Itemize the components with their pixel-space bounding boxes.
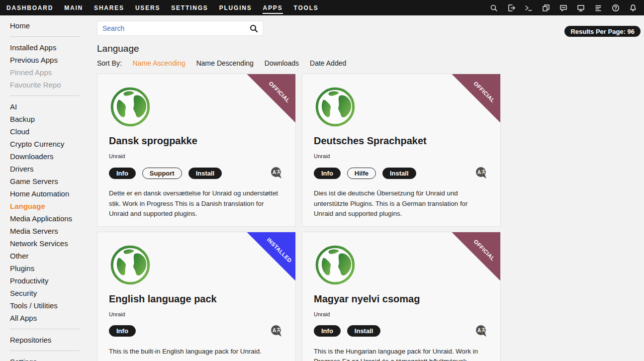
sidebar-item-downloaders[interactable]: Downloaders <box>0 150 97 163</box>
sidebar-item-network-services[interactable]: Network Services <box>0 237 97 250</box>
search-row: Results Per Page: 96 <box>97 21 644 36</box>
sidebar-item-drivers[interactable]: Drivers <box>0 163 97 175</box>
install-button[interactable]: Install <box>382 168 416 179</box>
globe-icon[interactable] <box>314 245 358 285</box>
help-icon[interactable] <box>612 4 620 12</box>
main-content: Results Per Page: 96 Language Sort By: N… <box>97 15 644 361</box>
nav-item-main[interactable]: MAIN <box>59 0 89 15</box>
sidebar-item-previous-apps[interactable]: Previous Apps <box>0 54 97 66</box>
nav-icons <box>490 4 640 12</box>
sidebar-item-productivity[interactable]: Productivity <box>0 274 97 287</box>
app-title[interactable]: Dansk sprogpakke <box>109 135 283 147</box>
sidebar-item-settings[interactable]: Settings <box>0 356 97 361</box>
help-button[interactable]: Hilfe <box>347 168 376 179</box>
sidebar-divider <box>10 36 80 37</box>
search-box <box>97 21 264 36</box>
search-submit-icon[interactable] <box>250 24 258 33</box>
sidebar-item-plugins[interactable]: Plugins <box>0 262 97 274</box>
sidebar-item-cloud[interactable]: Cloud <box>0 125 97 138</box>
sidebar-item-home-automation[interactable]: Home Automation <box>0 187 97 200</box>
svg-text:A: A <box>273 170 276 175</box>
terminal-icon[interactable] <box>525 4 533 12</box>
sort-downloads[interactable]: Downloads <box>265 59 299 67</box>
sidebar-item-favourite-repo: Favourite Repo <box>0 79 97 91</box>
sidebar-item-media-servers[interactable]: Media Servers <box>0 225 97 237</box>
sidebar-divider <box>10 95 80 96</box>
card-actions: Info Hilfe Install A <box>314 167 488 180</box>
sidebar-item-tools-utilities[interactable]: Tools / Utilities <box>0 299 97 312</box>
sidebar-item-game-servers[interactable]: Game Servers <box>0 175 97 187</box>
app-author: Unraid <box>314 153 488 159</box>
search-input[interactable] <box>102 24 250 32</box>
results-per-page-badge[interactable]: Results Per Page: 96 <box>564 26 641 37</box>
app-title[interactable]: Magyar nyelvi csomag <box>314 293 488 305</box>
sort-by-label: Sort By: <box>97 59 122 67</box>
card-actions: Info A <box>109 325 283 338</box>
sidebar: Home Installed Apps Previous Apps Pinned… <box>0 15 97 361</box>
official-ribbon: OFFICIAL <box>452 74 500 122</box>
log-icon[interactable] <box>594 4 602 12</box>
install-button[interactable]: Install <box>188 168 222 179</box>
nav-item-apps[interactable]: APPS <box>258 0 288 15</box>
sidebar-item-ai[interactable]: AI <box>0 100 97 113</box>
sidebar-item-installed-apps[interactable]: Installed Apps <box>0 41 97 54</box>
official-ribbon: OFFICIAL <box>452 232 500 280</box>
app-description: Dette er en dansk oversættelse for Unrai… <box>109 188 283 219</box>
globe-icon[interactable] <box>109 87 153 127</box>
translate-icon[interactable]: A <box>475 167 488 180</box>
feedback-icon[interactable] <box>559 4 567 12</box>
sidebar-item-language[interactable]: Language <box>0 200 97 212</box>
nav-item-plugins[interactable]: PLUGINS <box>214 0 258 15</box>
sidebar-item-all-apps[interactable]: All Apps <box>0 312 97 324</box>
sidebar-divider <box>10 351 80 351</box>
app-card-magyar: OFFICIAL Magyar nyelvi csomag Unraid Inf… <box>302 232 501 361</box>
sidebar-item-home[interactable]: Home <box>0 19 97 32</box>
installed-ribbon: INSTALLED <box>247 232 295 280</box>
sidebar-item-security[interactable]: Security <box>0 287 97 299</box>
logout-icon[interactable] <box>507 4 515 12</box>
nav-item-dashboard[interactable]: DASHBOARD <box>1 0 59 15</box>
info-button[interactable]: Info <box>109 168 136 179</box>
app-author: Unraid <box>109 311 283 317</box>
top-nav: DASHBOARD MAIN SHARES USERS SETTINGS PLU… <box>0 0 644 15</box>
sort-name-descending[interactable]: Name Descending <box>196 59 254 67</box>
sidebar-item-media-applications[interactable]: Media Applications <box>0 212 97 225</box>
sort-name-ascending[interactable]: Name Ascending <box>133 59 185 67</box>
info-button[interactable]: Info <box>314 168 341 179</box>
info-button[interactable]: Info <box>314 325 341 337</box>
globe-icon[interactable] <box>109 245 153 285</box>
app-description: Dies ist die deutsche Übersetzung für Un… <box>314 188 488 219</box>
app-author: Unraid <box>109 153 283 159</box>
install-button[interactable]: Install <box>347 325 381 337</box>
translate-icon[interactable]: A <box>270 325 283 338</box>
app-card-english: INSTALLED English language pack Unraid I… <box>97 232 296 361</box>
translate-icon[interactable]: A <box>270 167 283 180</box>
card-actions: Info Support Install A <box>109 167 283 180</box>
display-icon[interactable] <box>577 4 585 12</box>
sidebar-item-other[interactable]: Other <box>0 250 97 262</box>
info-button[interactable]: Info <box>109 325 136 337</box>
nav-item-tools[interactable]: TOOLS <box>288 0 324 15</box>
nav-item-shares[interactable]: SHARES <box>89 0 130 15</box>
search-icon[interactable] <box>490 4 498 12</box>
sort-date-added[interactable]: Date Added <box>310 59 346 67</box>
app-title[interactable]: Deutsches Sprachpaket <box>314 135 488 147</box>
translate-icon[interactable]: A <box>475 325 488 338</box>
sidebar-item-pinned-apps: Pinned Apps <box>0 66 97 79</box>
nav-item-users[interactable]: USERS <box>130 0 166 15</box>
sidebar-item-crypto-currency[interactable]: Crypto Currency <box>0 138 97 150</box>
app-title[interactable]: English language pack <box>109 293 283 305</box>
nav-item-settings[interactable]: SETTINGS <box>166 0 213 15</box>
copy-icon[interactable] <box>542 4 550 12</box>
svg-text:A: A <box>477 170 481 175</box>
app-card-deutsch: OFFICIAL Deutsches Sprachpaket Unraid In… <box>302 74 501 227</box>
globe-icon[interactable] <box>314 87 358 127</box>
sidebar-item-repositories[interactable]: Repositories <box>0 334 97 346</box>
page-title: Language <box>97 43 644 54</box>
sidebar-item-backup[interactable]: Backup <box>0 113 97 125</box>
sidebar-divider <box>10 329 80 329</box>
notifications-icon[interactable] <box>629 4 637 12</box>
card-actions: Info Install A <box>314 325 488 338</box>
app-description: This is the built-in English language pa… <box>109 347 283 357</box>
support-button[interactable]: Support <box>142 168 182 179</box>
